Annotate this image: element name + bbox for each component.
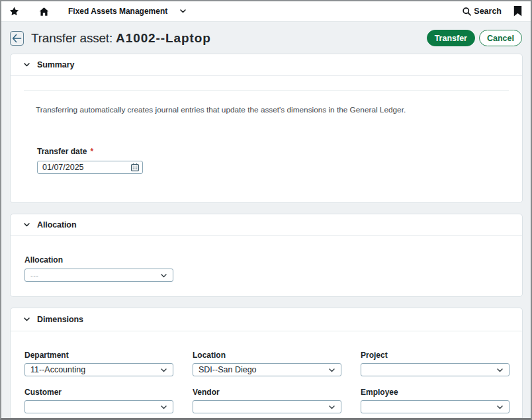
vendor-select-chevron-down-icon — [329, 405, 335, 409]
employee-select-chevron-down-icon — [497, 405, 503, 409]
summary-collapse-chevron-icon — [24, 63, 30, 67]
project-select-chevron-down-icon — [497, 368, 503, 372]
bookmark-icon[interactable] — [513, 6, 522, 17]
department-select-value: 11--Accounting — [30, 365, 85, 374]
allocation-section-title: Allocation — [37, 220, 76, 230]
app-switcher-chevron-down-icon — [180, 9, 186, 13]
allocation-select[interactable]: --- — [24, 269, 173, 282]
search-button[interactable]: Search — [463, 7, 502, 16]
location-field: LocationSDI--San Diego — [193, 351, 341, 376]
dimensions-collapse-chevron-icon — [24, 317, 30, 321]
top-navigation-bar: Fixed Assets Management Search — [1, 1, 531, 22]
vendor-select[interactable] — [193, 400, 341, 413]
employee-field: Employee — [361, 388, 510, 413]
back-button[interactable] — [10, 31, 24, 46]
department-select[interactable]: 11--Accounting — [24, 363, 173, 376]
department-label: Department — [24, 351, 173, 360]
transfer-date-field: Transfer date * — [37, 147, 509, 174]
search-icon — [463, 7, 471, 16]
allocation-select-value: --- — [30, 271, 39, 279]
department-field: Department11--Accounting — [24, 351, 173, 376]
dimensions-section: Dimensions Department11--AccountingLocat… — [10, 308, 523, 420]
page-header: Transfer asset: A1002--Laptop Transfer C… — [1, 22, 531, 54]
department-select-chevron-down-icon — [161, 368, 167, 372]
home-icon[interactable] — [39, 7, 49, 17]
required-asterisk: * — [90, 147, 93, 156]
summary-inner-divider — [24, 90, 509, 91]
calendar-icon[interactable] — [131, 163, 139, 171]
transfer-date-label: Transfer date * — [37, 147, 509, 156]
customer-label: Customer — [24, 388, 173, 397]
asset-id: A1002--Laptop — [116, 31, 211, 45]
project-field: Project — [361, 351, 510, 376]
allocation-section-header[interactable]: Allocation — [11, 214, 522, 236]
location-select-chevron-down-icon — [329, 368, 335, 372]
allocation-section: Allocation Allocation --- — [10, 214, 523, 297]
transfer-date-input[interactable] — [37, 161, 143, 174]
customer-field: Customer — [24, 388, 173, 413]
allocation-select-chevron-down-icon — [161, 274, 167, 278]
vendor-label: Vendor — [193, 388, 341, 397]
location-select[interactable]: SDI--San Diego — [193, 363, 341, 376]
cancel-button[interactable]: Cancel — [479, 30, 522, 46]
location-select-value: SDI--San Diego — [199, 365, 257, 374]
summary-section-header[interactable]: Summary — [11, 54, 522, 76]
page-content: Summary Transferring automatically creat… — [10, 54, 523, 420]
app-switcher[interactable]: Fixed Assets Management — [68, 7, 186, 16]
search-label: Search — [474, 7, 502, 16]
page-title: Transfer asset: A1002--Laptop — [31, 31, 211, 46]
employee-select[interactable] — [361, 400, 510, 413]
location-label: Location — [193, 351, 341, 360]
dimensions-grid: Department11--AccountingLocationSDI--San… — [11, 331, 522, 420]
dimensions-section-title: Dimensions — [37, 315, 83, 324]
customer-select-chevron-down-icon — [161, 405, 167, 409]
summary-section-title: Summary — [37, 60, 74, 69]
project-label: Project — [361, 351, 510, 360]
customer-select[interactable] — [24, 400, 173, 413]
project-select[interactable] — [361, 363, 510, 376]
transfer-button[interactable]: Transfer — [427, 30, 475, 46]
summary-section: Summary Transferring automatically creat… — [10, 54, 523, 203]
favorites-star-icon[interactable] — [9, 7, 19, 17]
employee-label: Employee — [361, 388, 510, 397]
app-name: Fixed Assets Management — [68, 7, 167, 16]
allocation-label: Allocation — [24, 255, 508, 265]
dimensions-section-header[interactable]: Dimensions — [11, 308, 522, 331]
allocation-collapse-chevron-icon — [24, 223, 30, 227]
vendor-field: Vendor — [193, 388, 341, 413]
summary-description: Transferring automatically creates journ… — [36, 105, 509, 115]
